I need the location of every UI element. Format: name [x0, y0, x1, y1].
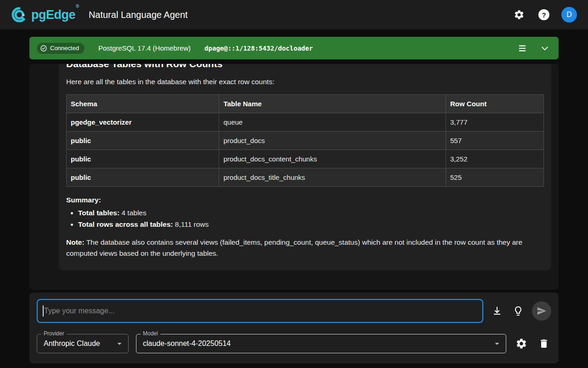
- cell-table-name: queue: [219, 113, 446, 132]
- connection-bar: Connected PostgreSQL 17.4 (Homebrew) dpa…: [29, 37, 559, 59]
- main-area: Connected PostgreSQL 17.4 (Homebrew) dpa…: [0, 29, 588, 368]
- connection-string: dpage@::1/128:5432/docloader: [204, 45, 313, 52]
- gear-icon: [515, 338, 527, 350]
- column-header-table-name: Table Name: [219, 95, 446, 113]
- cell-schema: pgedge_vectorizer: [67, 113, 219, 132]
- suggestions-button[interactable]: [511, 304, 526, 318]
- cell-row-count: 525: [446, 168, 543, 187]
- model-value: claude-sonnet-4-20250514: [143, 339, 231, 348]
- assistant-message-card: Database Tables with Row Counts Here are…: [59, 64, 551, 270]
- model-select[interactable]: Model claude-sonnet-4-20250514: [136, 334, 506, 353]
- provider-select[interactable]: Provider Anthropic Claude: [37, 334, 129, 353]
- connection-bar-actions: [515, 41, 551, 55]
- download-icon: [492, 305, 503, 316]
- chevron-down-icon: [540, 44, 549, 53]
- provider-value: Anthropic Claude: [44, 339, 100, 348]
- brand-name: pgEdge®: [31, 8, 79, 22]
- status-badge: Connected: [37, 43, 85, 54]
- trash-icon: [538, 338, 549, 349]
- composer-settings-button[interactable]: [514, 336, 529, 351]
- brand: pgEdge®: [11, 6, 79, 23]
- help-icon: ?: [538, 9, 549, 20]
- composer-options-row: Provider Anthropic Claude Model claude-s…: [37, 334, 551, 353]
- status-label: Connected: [50, 45, 79, 52]
- list-item: Total tables: 4 tables: [78, 209, 544, 217]
- cell-schema: public: [67, 168, 219, 187]
- summary-list: Total tables: 4 tables Total rows across…: [66, 209, 544, 229]
- app-header: pgEdge® Natural Language Agent ? D: [0, 0, 588, 29]
- app-window: pgEdge® Natural Language Agent ? D Conne…: [0, 0, 588, 368]
- collapse-button[interactable]: [538, 42, 551, 55]
- text-caret: [43, 305, 44, 316]
- connection-list-button[interactable]: [515, 41, 529, 55]
- send-button[interactable]: [532, 301, 551, 321]
- table-row: pgedge_vectorizer queue 3,777: [67, 113, 544, 132]
- send-icon: [537, 306, 547, 316]
- composer-panel: Provider Anthropic Claude Model claude-s…: [29, 293, 559, 363]
- caret-down-icon: [492, 339, 502, 349]
- provider-label: Provider: [41, 330, 67, 337]
- page-title: Natural Language Agent: [89, 10, 188, 20]
- cell-table-name: product_docs_content_chunks: [219, 150, 446, 168]
- composer-input-row: [37, 299, 551, 323]
- server-version: PostgreSQL 17.4 (Homebrew): [98, 44, 191, 52]
- cell-table-name: product_docs_title_chunks: [219, 168, 446, 187]
- message-intro: Here are all the tables in the database …: [66, 78, 544, 86]
- note-paragraph: Note: The database also contains several…: [66, 237, 544, 259]
- caret-down-icon: [114, 339, 124, 349]
- lightbulb-icon: [513, 305, 524, 316]
- row-counts-table: Schema Table Name Row Count pgedge_vecto…: [66, 94, 544, 187]
- cell-row-count: 3,252: [446, 150, 543, 168]
- message-heading: Database Tables with Row Counts: [66, 64, 544, 69]
- cell-row-count: 557: [446, 132, 543, 150]
- user-avatar[interactable]: D: [561, 7, 577, 23]
- column-header-schema: Schema: [67, 95, 219, 113]
- header-actions: ? D: [512, 7, 577, 23]
- download-button[interactable]: [490, 304, 504, 318]
- chat-scroll-area[interactable]: Database Tables with Row Counts Here are…: [29, 64, 559, 290]
- cell-schema: public: [67, 132, 219, 150]
- summary-label: Summary:: [66, 196, 544, 204]
- list-icon: [517, 43, 527, 53]
- pgedge-logo-icon: [11, 6, 28, 23]
- settings-button[interactable]: [512, 7, 526, 22]
- check-circle-icon: [40, 45, 47, 52]
- table-header-row: Schema Table Name Row Count: [67, 95, 544, 113]
- help-button[interactable]: ?: [537, 7, 551, 22]
- gear-icon: [514, 9, 525, 20]
- list-item: Total rows across all tables: 8,111 rows: [78, 220, 544, 229]
- cell-row-count: 3,777: [446, 113, 543, 132]
- table-row: public product_docs_title_chunks 525: [67, 168, 544, 187]
- message-input[interactable]: [37, 299, 483, 323]
- cell-schema: public: [67, 150, 219, 168]
- table-row: public product_docs_content_chunks 3,252: [67, 150, 544, 168]
- cell-table-name: product_docs: [219, 132, 446, 150]
- message-input-wrapper: [37, 299, 483, 323]
- clear-chat-button[interactable]: [537, 336, 551, 351]
- table-row: public product_docs 557: [67, 132, 544, 150]
- model-label: Model: [141, 330, 160, 337]
- trademark: ®: [76, 4, 79, 9]
- column-header-row-count: Row Count: [446, 95, 543, 113]
